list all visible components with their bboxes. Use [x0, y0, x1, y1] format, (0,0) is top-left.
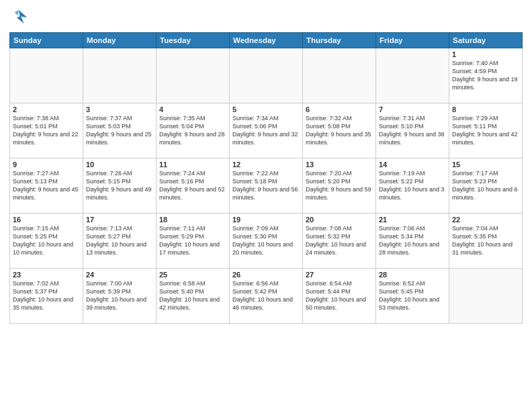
- day-info: Sunrise: 7:34 AM Sunset: 5:06 PM Dayligh…: [232, 114, 300, 147]
- day-number: 28: [379, 271, 446, 279]
- calendar-cell: 16Sunrise: 7:15 AM Sunset: 5:25 PM Dayli…: [10, 214, 83, 269]
- day-number: 11: [159, 161, 226, 169]
- calendar-cell: 5Sunrise: 7:34 AM Sunset: 5:06 PM Daylig…: [230, 103, 303, 158]
- day-info: Sunrise: 7:00 AM Sunset: 5:39 PM Dayligh…: [86, 279, 153, 312]
- day-number: 15: [452, 161, 519, 169]
- calendar-cell: 20Sunrise: 7:08 AM Sunset: 5:32 PM Dayli…: [303, 214, 376, 269]
- calendar-day-header: Wednesday: [230, 33, 303, 48]
- calendar-cell: 12Sunrise: 7:22 AM Sunset: 5:18 PM Dayli…: [230, 158, 303, 214]
- day-info: Sunrise: 7:13 AM Sunset: 5:27 PM Dayligh…: [86, 224, 153, 257]
- calendar-header-row: SundayMondayTuesdayWednesdayThursdayFrid…: [10, 33, 523, 48]
- calendar-day-header: Monday: [83, 33, 157, 48]
- calendar-cell: 15Sunrise: 7:17 AM Sunset: 5:23 PM Dayli…: [449, 158, 523, 214]
- day-info: Sunrise: 6:52 AM Sunset: 5:45 PM Dayligh…: [379, 279, 446, 312]
- day-number: 7: [379, 105, 446, 113]
- day-number: 4: [159, 105, 226, 113]
- day-number: 10: [86, 161, 153, 169]
- calendar-cell: 1Sunrise: 7:40 AM Sunset: 4:59 PM Daylig…: [449, 48, 523, 103]
- calendar-cell: [230, 48, 303, 103]
- day-number: 16: [13, 216, 80, 224]
- day-info: Sunrise: 7:27 AM Sunset: 5:13 PM Dayligh…: [13, 169, 80, 202]
- day-number: 22: [452, 216, 519, 224]
- day-info: Sunrise: 7:19 AM Sunset: 5:22 PM Dayligh…: [379, 169, 446, 202]
- calendar-week-row: 1Sunrise: 7:40 AM Sunset: 4:59 PM Daylig…: [10, 48, 523, 103]
- day-info: Sunrise: 7:38 AM Sunset: 5:01 PM Dayligh…: [13, 114, 80, 147]
- day-number: 13: [306, 161, 373, 169]
- day-info: Sunrise: 7:35 AM Sunset: 5:04 PM Dayligh…: [159, 114, 226, 147]
- day-info: Sunrise: 7:02 AM Sunset: 5:37 PM Dayligh…: [13, 279, 80, 312]
- calendar-cell: [157, 48, 230, 103]
- day-number: 25: [159, 271, 226, 279]
- day-number: 8: [452, 105, 519, 113]
- calendar-day-header: Tuesday: [157, 33, 230, 48]
- day-info: Sunrise: 6:58 AM Sunset: 5:40 PM Dayligh…: [159, 279, 226, 312]
- calendar-cell: 13Sunrise: 7:20 AM Sunset: 5:20 PM Dayli…: [303, 158, 376, 214]
- logo: [9, 8, 31, 27]
- day-number: 18: [159, 216, 226, 224]
- calendar-cell: 8Sunrise: 7:29 AM Sunset: 5:11 PM Daylig…: [449, 103, 523, 158]
- calendar-cell: 26Sunrise: 6:56 AM Sunset: 5:42 PM Dayli…: [230, 269, 303, 324]
- day-number: 21: [379, 216, 446, 224]
- calendar-cell: 24Sunrise: 7:00 AM Sunset: 5:39 PM Dayli…: [83, 269, 157, 324]
- calendar-cell: 22Sunrise: 7:04 AM Sunset: 5:35 PM Dayli…: [449, 214, 523, 269]
- day-number: 27: [306, 271, 373, 279]
- calendar-week-row: 16Sunrise: 7:15 AM Sunset: 5:25 PM Dayli…: [10, 214, 523, 269]
- day-number: 19: [232, 216, 300, 224]
- calendar-cell: 19Sunrise: 7:09 AM Sunset: 5:30 PM Dayli…: [230, 214, 303, 269]
- calendar-cell: [376, 48, 449, 103]
- day-number: 9: [13, 161, 80, 169]
- logo-bird-icon: [9, 8, 28, 27]
- day-info: Sunrise: 7:17 AM Sunset: 5:23 PM Dayligh…: [452, 169, 519, 202]
- calendar-cell: 10Sunrise: 7:26 AM Sunset: 5:15 PM Dayli…: [83, 158, 157, 214]
- day-number: 12: [232, 161, 300, 169]
- day-info: Sunrise: 7:11 AM Sunset: 5:29 PM Dayligh…: [159, 224, 226, 257]
- day-info: Sunrise: 7:32 AM Sunset: 5:08 PM Dayligh…: [306, 114, 373, 147]
- svg-marker-1: [15, 10, 19, 15]
- calendar-cell: 25Sunrise: 6:58 AM Sunset: 5:40 PM Dayli…: [157, 269, 230, 324]
- page: SundayMondayTuesdayWednesdayThursdayFrid…: [0, 0, 532, 411]
- day-info: Sunrise: 7:09 AM Sunset: 5:30 PM Dayligh…: [232, 224, 300, 257]
- day-info: Sunrise: 7:37 AM Sunset: 5:03 PM Dayligh…: [86, 114, 153, 147]
- calendar-cell: 7Sunrise: 7:31 AM Sunset: 5:10 PM Daylig…: [376, 103, 449, 158]
- day-number: 6: [306, 105, 373, 113]
- day-info: Sunrise: 7:26 AM Sunset: 5:15 PM Dayligh…: [86, 169, 153, 202]
- calendar-cell: [449, 269, 523, 324]
- calendar-cell: [303, 48, 376, 103]
- day-number: 24: [86, 271, 153, 279]
- day-number: 20: [306, 216, 373, 224]
- day-number: 26: [232, 271, 300, 279]
- day-info: Sunrise: 7:08 AM Sunset: 5:32 PM Dayligh…: [306, 224, 373, 257]
- day-info: Sunrise: 6:56 AM Sunset: 5:42 PM Dayligh…: [232, 279, 300, 312]
- day-number: 23: [13, 271, 80, 279]
- calendar-cell: 6Sunrise: 7:32 AM Sunset: 5:08 PM Daylig…: [303, 103, 376, 158]
- calendar-cell: 17Sunrise: 7:13 AM Sunset: 5:27 PM Dayli…: [83, 214, 157, 269]
- calendar-cell: 2Sunrise: 7:38 AM Sunset: 5:01 PM Daylig…: [10, 103, 83, 158]
- calendar-cell: 9Sunrise: 7:27 AM Sunset: 5:13 PM Daylig…: [10, 158, 83, 214]
- day-number: 14: [379, 161, 446, 169]
- day-info: Sunrise: 7:22 AM Sunset: 5:18 PM Dayligh…: [232, 169, 300, 202]
- calendar-cell: 27Sunrise: 6:54 AM Sunset: 5:44 PM Dayli…: [303, 269, 376, 324]
- day-info: Sunrise: 7:31 AM Sunset: 5:10 PM Dayligh…: [379, 114, 446, 147]
- calendar-cell: 21Sunrise: 7:06 AM Sunset: 5:34 PM Dayli…: [376, 214, 449, 269]
- calendar-day-header: Saturday: [449, 33, 523, 48]
- day-info: Sunrise: 7:40 AM Sunset: 4:59 PM Dayligh…: [452, 59, 519, 92]
- header: [9, 8, 523, 27]
- day-info: Sunrise: 7:04 AM Sunset: 5:35 PM Dayligh…: [452, 224, 519, 257]
- day-number: 5: [232, 105, 300, 113]
- calendar-cell: 28Sunrise: 6:52 AM Sunset: 5:45 PM Dayli…: [376, 269, 449, 324]
- day-number: 17: [86, 216, 153, 224]
- day-number: 3: [86, 105, 153, 113]
- day-number: 2: [13, 105, 80, 113]
- day-number: 1: [452, 50, 519, 58]
- calendar-cell: [83, 48, 157, 103]
- calendar-day-header: Sunday: [10, 33, 83, 48]
- calendar-table: SundayMondayTuesdayWednesdayThursdayFrid…: [9, 32, 523, 324]
- calendar-day-header: Friday: [376, 33, 449, 48]
- day-info: Sunrise: 6:54 AM Sunset: 5:44 PM Dayligh…: [306, 279, 373, 312]
- calendar-week-row: 2Sunrise: 7:38 AM Sunset: 5:01 PM Daylig…: [10, 103, 523, 158]
- day-info: Sunrise: 7:20 AM Sunset: 5:20 PM Dayligh…: [306, 169, 373, 202]
- calendar-cell: [10, 48, 83, 103]
- calendar-cell: 4Sunrise: 7:35 AM Sunset: 5:04 PM Daylig…: [157, 103, 230, 158]
- calendar-week-row: 23Sunrise: 7:02 AM Sunset: 5:37 PM Dayli…: [10, 269, 523, 324]
- calendar-week-row: 9Sunrise: 7:27 AM Sunset: 5:13 PM Daylig…: [10, 158, 523, 214]
